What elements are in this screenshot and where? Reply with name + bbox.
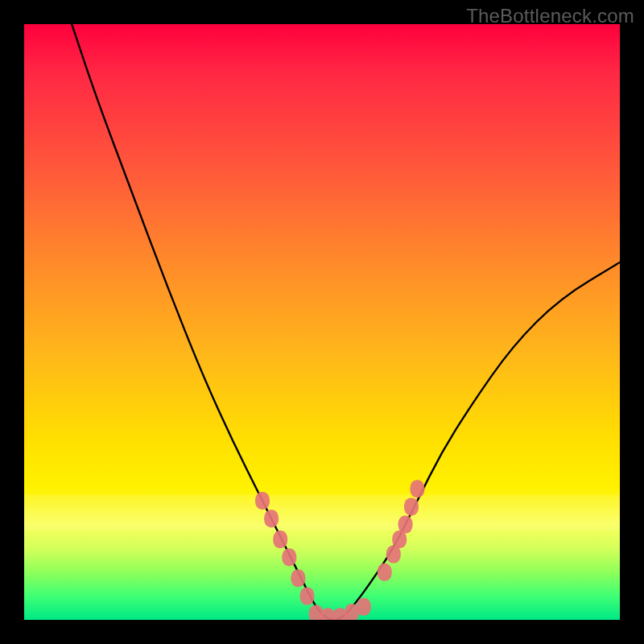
watermark-text: TheBottleneck.com bbox=[466, 5, 634, 27]
chart-area bbox=[24, 24, 620, 620]
curve-marker bbox=[300, 587, 315, 605]
curve-marker bbox=[410, 480, 424, 497]
curve-marker bbox=[255, 492, 270, 510]
curve-marker bbox=[404, 497, 419, 515]
curve-marker bbox=[378, 564, 392, 581]
curve-marker bbox=[398, 516, 413, 534]
curve-marker bbox=[282, 548, 296, 566]
curve-marker bbox=[273, 530, 287, 548]
curve-markers bbox=[255, 480, 424, 620]
curve-marker bbox=[291, 569, 305, 587]
curve-marker bbox=[357, 598, 371, 616]
bottleneck-curve bbox=[72, 24, 620, 620]
curve-marker bbox=[264, 510, 279, 527]
chart-svg bbox=[24, 24, 620, 620]
